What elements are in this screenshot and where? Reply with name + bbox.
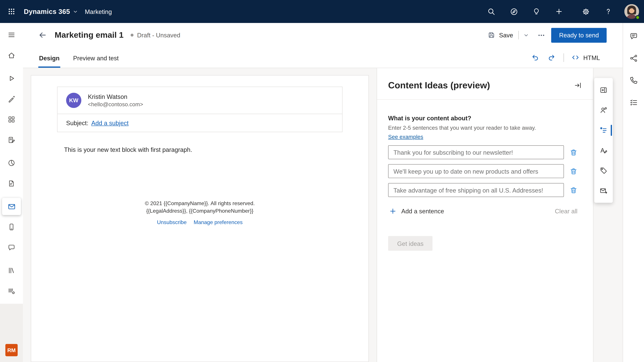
content-ideas-body: What is your content about? Enter 2-5 se… <box>377 100 593 251</box>
sender-avatar: KW <box>66 93 81 108</box>
sidebar-barcode-settings-icon[interactable] <box>2 282 21 300</box>
command-bar: Marketing email 1 Draft - Unsaved Save R… <box>23 23 623 47</box>
subject-label: Subject: <box>66 119 88 126</box>
sender-name: Kristin Watson <box>88 93 143 100</box>
phone-icon[interactable] <box>624 71 643 89</box>
sidebar-wand-icon[interactable] <box>2 90 21 108</box>
app-window: Dynamics 365 Marketing <box>0 0 644 362</box>
undo-icon[interactable] <box>528 51 542 64</box>
sender-email: <hello@contoso.com> <box>88 101 143 108</box>
text-edit-icon[interactable] <box>594 140 613 161</box>
get-ideas-button[interactable]: Get ideas <box>388 236 432 251</box>
right-rail <box>623 23 644 362</box>
sidebar-segment-icon[interactable] <box>2 154 21 172</box>
page-title: Marketing email 1 <box>55 30 124 40</box>
settings-gear-icon[interactable] <box>576 2 595 21</box>
add-sentence-label: Add a sentence <box>401 208 444 215</box>
area-badge[interactable]: RM <box>5 344 18 356</box>
sidebar-form-icon[interactable] <box>2 131 21 149</box>
content-ideas-title: Content Ideas (preview) <box>388 80 490 91</box>
email-canvas[interactable]: KW Kristin Watson <hello@contoso.com> Su… <box>31 75 369 362</box>
command-bar-actions: Save Ready to send <box>484 28 607 42</box>
app-switcher-chevron-icon[interactable] <box>73 9 78 14</box>
sentence-input-2[interactable] <box>388 164 564 178</box>
app-launcher-icon[interactable] <box>2 2 21 21</box>
sidebar-home-icon[interactable] <box>2 47 21 64</box>
sender-row: KW Kristin Watson <hello@contoso.com> <box>58 87 342 114</box>
see-examples-link[interactable]: See examples <box>388 134 423 140</box>
presence-indicator <box>636 15 640 20</box>
redo-icon[interactable] <box>545 51 559 64</box>
sidebar-library-icon[interactable] <box>2 262 21 279</box>
sidebar-email-icon[interactable] <box>2 198 21 215</box>
clear-all-button[interactable]: Clear all <box>554 206 578 216</box>
ready-to-send-button[interactable]: Ready to send <box>551 28 606 42</box>
editor-tools: HTML <box>528 51 602 68</box>
add-subject-link[interactable]: Add a subject <box>91 119 129 126</box>
sentence-row <box>388 145 578 159</box>
user-avatar[interactable] <box>624 4 639 19</box>
app-name: Dynamics 365 <box>24 7 70 15</box>
tasks-icon[interactable] <box>624 93 643 112</box>
email-header-block[interactable]: KW Kristin Watson <hello@contoso.com> Su… <box>57 87 342 132</box>
unsubscribe-link[interactable]: Unsubscribe <box>157 219 187 226</box>
flow-icon[interactable] <box>624 49 643 67</box>
area-name: Marketing <box>85 8 112 15</box>
html-view-toggle[interactable]: HTML <box>569 52 602 63</box>
delete-sentence-icon[interactable] <box>568 166 578 176</box>
delete-sentence-icon[interactable] <box>568 147 578 157</box>
help-icon[interactable] <box>599 2 617 21</box>
content-ideas-header: Content Ideas (preview) <box>377 68 593 99</box>
app-shell: RM Marketing email 1 Draft - Unsaved Sav… <box>0 23 644 362</box>
delete-sentence-icon[interactable] <box>568 185 578 195</box>
topbar-left: Dynamics 365 Marketing <box>0 2 112 21</box>
editor-side-toolbar <box>594 78 613 203</box>
more-commands-icon[interactable] <box>534 28 548 42</box>
quick-create-icon[interactable] <box>550 2 568 21</box>
comments-icon[interactable] <box>624 27 643 45</box>
tag-icon[interactable] <box>594 161 613 181</box>
email-body-text-block[interactable]: This is your new text block with first p… <box>64 146 336 153</box>
html-toggle-label: HTML <box>583 54 600 61</box>
insert-panel-icon[interactable] <box>594 80 613 100</box>
email-canvas-area: KW Kristin Watson <hello@contoso.com> Su… <box>23 68 377 362</box>
divider <box>564 53 564 62</box>
send-mail-icon[interactable] <box>594 181 613 201</box>
search-icon[interactable] <box>482 2 500 21</box>
sidebar-menu-icon[interactable] <box>2 26 21 43</box>
topbar-actions <box>482 2 644 21</box>
add-sentence-button[interactable]: Add a sentence <box>388 206 445 217</box>
personalization-icon[interactable] <box>594 100 613 120</box>
content-question: What is your content about? <box>388 114 578 121</box>
lightbulb-icon[interactable] <box>527 2 546 21</box>
sidebar-mobile-icon[interactable] <box>2 218 21 236</box>
save-split-chevron-icon[interactable] <box>520 29 532 41</box>
status-indicator: Draft - Unsaved <box>130 32 180 39</box>
sentence-row <box>388 164 578 178</box>
back-arrow-icon[interactable] <box>36 28 49 42</box>
footer-links: Unsubscribe Manage preferences <box>31 219 368 226</box>
sidebar-chat-icon[interactable] <box>2 239 21 256</box>
subject-row: Subject: Add a subject <box>58 114 342 132</box>
footer-line-1: © 2021 {{CompanyName}}. All rights reser… <box>31 200 368 207</box>
sidebar-page-edit-icon[interactable] <box>2 175 21 192</box>
sidebar-apps-icon[interactable] <box>2 111 21 128</box>
save-label: Save <box>499 32 513 39</box>
sentence-actions: Add a sentence Clear all <box>388 206 578 217</box>
content-ideas-icon[interactable] <box>594 120 613 140</box>
compass-icon[interactable] <box>505 2 523 21</box>
email-footer-block[interactable]: © 2021 {{CompanyName}}. All rights reser… <box>31 200 368 226</box>
content-hint: Enter 2-5 sentences that you want your r… <box>388 125 578 131</box>
sidebar-play-icon[interactable] <box>2 70 21 87</box>
top-navigation-bar: Dynamics 365 Marketing <box>0 0 644 23</box>
save-button[interactable]: Save <box>484 29 517 41</box>
tab-preview-and-test[interactable]: Preview and test <box>72 55 120 68</box>
sentence-input-3[interactable] <box>388 183 564 197</box>
tab-design[interactable]: Design <box>38 55 60 68</box>
sentence-input-1[interactable] <box>388 145 564 159</box>
collapse-panel-icon[interactable] <box>572 79 584 91</box>
editor-tabs-row: Design Preview and test HTML <box>23 47 623 68</box>
toolbar-column <box>594 68 623 362</box>
manage-preferences-link[interactable]: Manage preferences <box>194 219 243 226</box>
sentence-row <box>388 183 578 197</box>
